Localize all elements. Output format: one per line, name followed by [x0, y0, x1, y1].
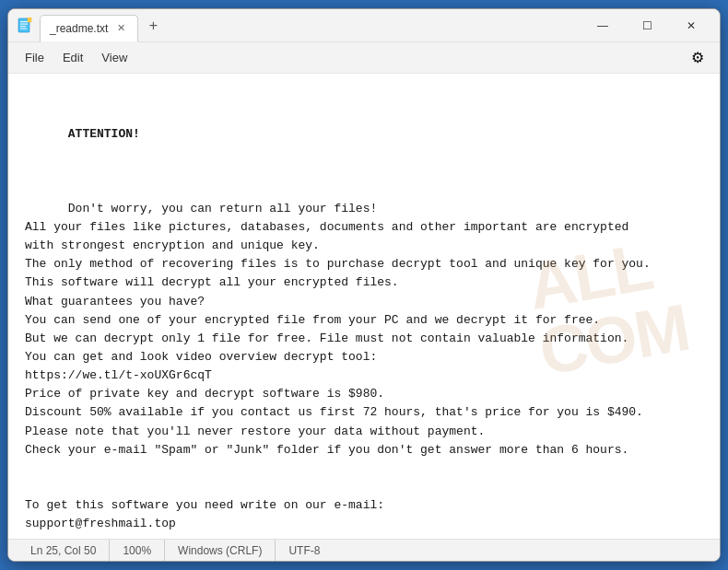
svg-rect-4 [20, 28, 27, 29]
encoding: UTF-8 [276, 540, 333, 561]
cursor-position: Ln 25, Col 50 [18, 540, 110, 561]
zoom-level: 100% [110, 540, 165, 561]
menu-bar: File Edit View ⚙ [8, 42, 720, 74]
notepad-window: _readme.txt ✕ + — ☐ ✕ File Edit View ⚙ A… [7, 8, 721, 562]
tab-label: _readme.txt [50, 22, 108, 35]
app-icon [16, 17, 34, 35]
close-button[interactable]: ✕ [670, 11, 712, 41]
new-tab-button[interactable]: + [140, 13, 166, 39]
edit-menu[interactable]: Edit [53, 47, 92, 68]
view-menu[interactable]: View [92, 47, 136, 68]
status-bar: Ln 25, Col 50 100% Windows (CRLF) UTF-8 [8, 539, 720, 561]
svg-rect-3 [20, 26, 26, 27]
tab-area: _readme.txt ✕ + [40, 12, 166, 40]
svg-rect-5 [28, 17, 31, 22]
title-bar-left: _readme.txt ✕ + [16, 12, 581, 40]
active-tab[interactable]: _readme.txt ✕ [40, 15, 138, 42]
line-ending: Windows (CRLF) [165, 540, 276, 561]
svg-rect-2 [20, 23, 28, 24]
settings-button[interactable]: ⚙ [683, 43, 712, 73]
tab-close-button[interactable]: ✕ [113, 21, 128, 36]
svg-rect-1 [20, 21, 28, 22]
title-bar: _readme.txt ✕ + — ☐ ✕ [8, 9, 720, 42]
minimize-button[interactable]: — [581, 11, 624, 41]
body-text: Don't worry, you can return all your fil… [25, 202, 651, 539]
text-editor[interactable]: ALLCOM ATTENTION! Don't worry, you can r… [8, 74, 720, 539]
attention-heading: ATTENTION! [68, 127, 140, 141]
window-controls: — ☐ ✕ [581, 11, 712, 41]
file-menu[interactable]: File [16, 47, 53, 68]
content-area: ALLCOM ATTENTION! Don't worry, you can r… [8, 74, 720, 539]
watermark: ALLCOM [523, 228, 694, 385]
maximize-button[interactable]: ☐ [626, 11, 668, 41]
